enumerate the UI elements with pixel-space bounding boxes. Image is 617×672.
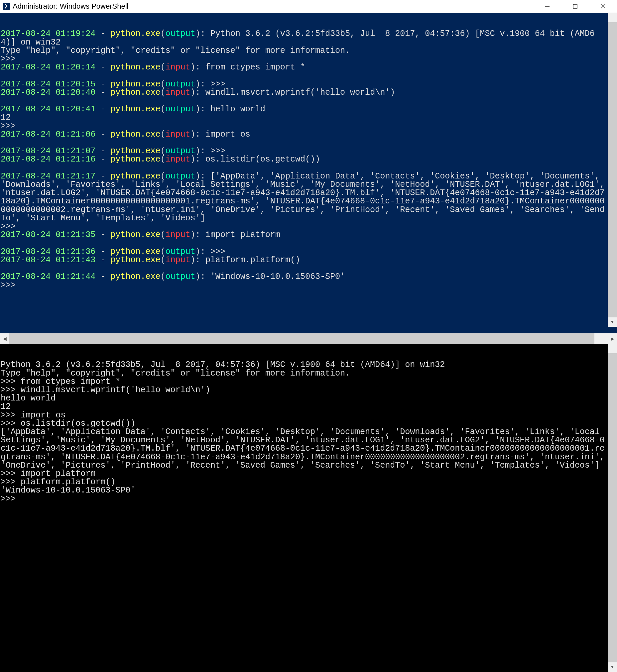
minimize-button[interactable] bbox=[533, 0, 561, 13]
console-line: 2017-08-24 01:21:43 - python.exe(input):… bbox=[1, 255, 300, 265]
console-line: 2017-08-24 01:21:06 - python.exe(input):… bbox=[1, 130, 250, 139]
svg-rect-1 bbox=[573, 4, 577, 8]
console-line: 2017-08-24 01:21:16 - python.exe(input):… bbox=[1, 155, 320, 164]
top-console-content: 2017-08-24 01:19:24 - python.exe(output)… bbox=[0, 30, 617, 289]
powershell-icon bbox=[3, 3, 10, 10]
close-icon bbox=[600, 3, 606, 9]
scroll-down-icon[interactable]: ▼ bbox=[608, 317, 617, 327]
console-line: >>> bbox=[1, 280, 21, 290]
console-line: 2017-08-24 01:21:17 - python.exe(output)… bbox=[1, 172, 610, 223]
scroll-thumb[interactable] bbox=[608, 22, 617, 317]
minimize-icon bbox=[544, 3, 550, 9]
maximize-icon bbox=[572, 3, 578, 9]
bottom-vertical-scrollbar[interactable]: ▲ ▼ bbox=[608, 344, 617, 672]
scroll-down-icon[interactable]: ▼ bbox=[608, 662, 617, 672]
top-console[interactable]: 2017-08-24 01:19:24 - python.exe(output)… bbox=[0, 13, 617, 333]
console-line: Type "help", "copyright", "credits" or "… bbox=[1, 46, 350, 55]
console-line: 2017-08-24 01:20:40 - python.exe(input):… bbox=[1, 88, 395, 97]
maximize-button[interactable] bbox=[561, 0, 589, 13]
console-line: ['AppData', 'Application Data', 'Contact… bbox=[1, 427, 610, 470]
close-button[interactable] bbox=[589, 0, 617, 13]
console-line: 'Windows-10-10.0.15063-SP0' bbox=[1, 485, 135, 495]
window-title: Administrator: Windows PowerShell bbox=[13, 2, 533, 11]
bottom-console[interactable]: Python 3.6.2 (v3.6.2:5fd33b5, Jul 8 2017… bbox=[0, 344, 617, 672]
console-line: 2017-08-24 01:20:41 - python.exe(output)… bbox=[1, 104, 265, 114]
scroll-right-icon[interactable]: ▶ bbox=[608, 333, 617, 344]
console-line: 2017-08-24 01:21:35 - python.exe(input):… bbox=[1, 230, 280, 240]
horizontal-scrollbar[interactable]: ◀ ▶ bbox=[0, 333, 617, 344]
top-vertical-scrollbar[interactable]: ▲ ▼ bbox=[608, 13, 617, 327]
scroll-thumb[interactable] bbox=[608, 353, 617, 662]
console-line: 2017-08-24 01:21:44 - python.exe(output)… bbox=[1, 272, 345, 281]
bottom-console-content: Python 3.6.2 (v3.6.2:5fd33b5, Jul 8 2017… bbox=[0, 361, 617, 503]
console-line: 2017-08-24 01:19:24 - python.exe(output)… bbox=[1, 29, 595, 47]
titlebar[interactable]: Administrator: Windows PowerShell bbox=[0, 0, 617, 13]
console-line: >>> bbox=[1, 494, 21, 504]
scroll-left-icon[interactable]: ◀ bbox=[0, 333, 9, 344]
console-line: 2017-08-24 01:20:14 - python.exe(input):… bbox=[1, 62, 305, 72]
scroll-thumb-h[interactable] bbox=[9, 333, 594, 344]
scroll-track[interactable] bbox=[9, 333, 608, 344]
